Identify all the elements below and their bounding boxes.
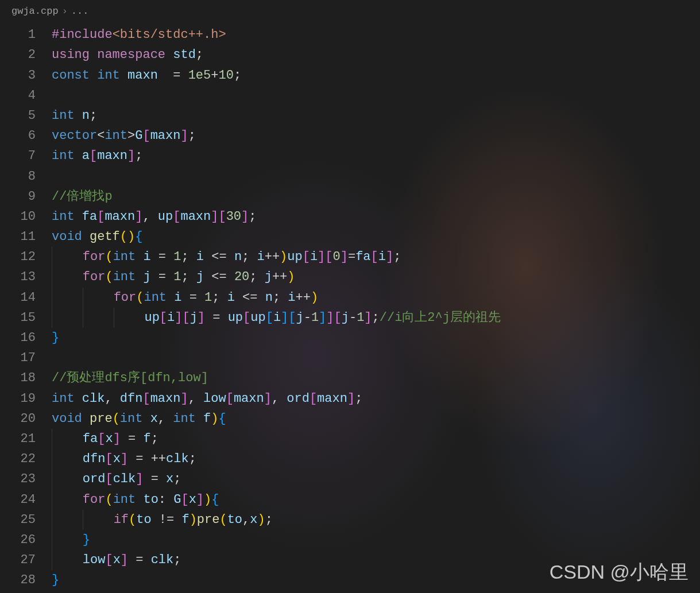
code-content[interactable]: if(to != f)pre(to,x); (52, 510, 700, 530)
line-number: 27 (0, 550, 52, 570)
line-number: 25 (0, 510, 52, 530)
code-line[interactable]: 1#include<bits/stdc++.h> (0, 25, 700, 45)
code-line[interactable]: 15 up[i][j] = up[up[i][j-1]][j-1];//i向上2… (0, 308, 700, 328)
code-line[interactable]: 26 } (0, 530, 700, 550)
breadcrumb[interactable]: gwja.cpp › ... (0, 0, 700, 22)
code-content[interactable]: } (52, 328, 700, 348)
code-line[interactable]: 23 ord[clk] = x; (0, 469, 700, 489)
code-lines[interactable]: 1#include<bits/stdc++.h>2using namespace… (0, 22, 700, 590)
line-number: 11 (0, 227, 52, 247)
code-line[interactable]: 25 if(to != f)pre(to,x); (0, 510, 700, 530)
line-number: 14 (0, 288, 52, 308)
code-content[interactable]: void getf(){ (52, 227, 700, 247)
line-number: 6 (0, 126, 52, 146)
code-content[interactable]: up[i][j] = up[up[i][j-1]][j-1];//i向上2^j层… (52, 308, 700, 328)
line-number: 7 (0, 146, 52, 166)
line-number: 12 (0, 247, 52, 267)
code-line[interactable]: 8 (0, 166, 700, 187)
code-line[interactable]: 22 dfn[x] = ++clk; (0, 449, 700, 469)
code-line[interactable]: 4 (0, 86, 700, 106)
watermark: CSDN @小哈里 (550, 556, 689, 587)
code-line[interactable]: 14 for(int i = 1; i <= n; i++) (0, 288, 700, 308)
breadcrumb-file[interactable]: gwja.cpp (11, 3, 59, 19)
code-line[interactable]: 7int a[maxn]; (0, 146, 700, 166)
line-number: 1 (0, 25, 52, 45)
code-content[interactable]: for(int to: G[x]){ (52, 490, 700, 510)
line-number: 26 (0, 530, 52, 550)
code-line[interactable]: 19int clk, dfn[maxn], low[maxn], ord[max… (0, 389, 700, 409)
code-content[interactable]: int n; (52, 106, 700, 126)
line-number: 13 (0, 267, 52, 287)
breadcrumb-separator-icon: › (62, 3, 68, 19)
code-content[interactable]: //预处理dfs序[dfn,low] (52, 368, 700, 388)
code-line[interactable]: 24 for(int to: G[x]){ (0, 490, 700, 510)
line-number: 9 (0, 187, 52, 207)
code-line[interactable]: 10int fa[maxn], up[maxn][30]; (0, 207, 700, 227)
line-number: 15 (0, 308, 52, 328)
line-number: 17 (0, 348, 52, 368)
code-content[interactable]: fa[x] = f; (52, 429, 700, 449)
line-number: 3 (0, 65, 52, 86)
code-content[interactable]: vector<int>G[maxn]; (52, 126, 700, 146)
line-number: 16 (0, 328, 52, 348)
code-line[interactable]: 6vector<int>G[maxn]; (0, 126, 700, 146)
code-content[interactable]: for(int j = 1; j <= 20; j++) (52, 267, 700, 287)
code-line[interactable]: 5int n; (0, 106, 700, 126)
code-content[interactable]: } (52, 530, 700, 550)
code-content[interactable]: ord[clk] = x; (52, 469, 700, 489)
code-line[interactable]: 3const int maxn = 1e5+10; (0, 65, 700, 86)
breadcrumb-current[interactable]: ... (71, 3, 89, 19)
code-content[interactable]: int clk, dfn[maxn], low[maxn], ord[maxn]… (52, 389, 700, 409)
line-number: 24 (0, 490, 52, 510)
line-number: 22 (0, 449, 52, 469)
line-number: 23 (0, 469, 52, 489)
line-number: 10 (0, 207, 52, 227)
code-editor: gwja.cpp › ... 1#include<bits/stdc++.h>2… (0, 0, 700, 590)
code-line[interactable]: 13 for(int j = 1; j <= 20; j++) (0, 267, 700, 287)
code-content[interactable]: int a[maxn]; (52, 146, 700, 166)
code-content[interactable]: dfn[x] = ++clk; (52, 449, 700, 469)
line-number: 18 (0, 368, 52, 388)
line-number: 5 (0, 106, 52, 126)
line-number: 19 (0, 389, 52, 409)
code-content[interactable]: using namespace std; (52, 45, 700, 65)
code-line[interactable]: 21 fa[x] = f; (0, 429, 700, 449)
line-number: 20 (0, 409, 52, 429)
code-line[interactable]: 18//预处理dfs序[dfn,low] (0, 368, 700, 388)
code-line[interactable]: 17 (0, 348, 700, 368)
code-content[interactable]: #include<bits/stdc++.h> (52, 25, 700, 45)
line-number: 4 (0, 86, 52, 106)
code-line[interactable]: 9//倍增找p (0, 187, 700, 207)
line-number: 2 (0, 45, 52, 65)
code-content[interactable]: for(int i = 1; i <= n; i++)up[i][0]=fa[i… (52, 247, 700, 267)
code-content[interactable]: const int maxn = 1e5+10; (52, 65, 700, 86)
code-content[interactable]: //倍增找p (52, 187, 700, 207)
line-number: 8 (0, 166, 52, 187)
code-line[interactable]: 16} (0, 328, 700, 348)
code-content[interactable]: int fa[maxn], up[maxn][30]; (52, 207, 700, 227)
code-content[interactable]: void pre(int x, int f){ (52, 409, 700, 429)
code-content[interactable]: for(int i = 1; i <= n; i++) (52, 288, 700, 308)
code-line[interactable]: 12 for(int i = 1; i <= n; i++)up[i][0]=f… (0, 247, 700, 267)
code-line[interactable]: 2using namespace std; (0, 45, 700, 65)
line-number: 28 (0, 570, 52, 590)
code-line[interactable]: 20void pre(int x, int f){ (0, 409, 700, 429)
code-line[interactable]: 11void getf(){ (0, 227, 700, 247)
line-number: 21 (0, 429, 52, 449)
